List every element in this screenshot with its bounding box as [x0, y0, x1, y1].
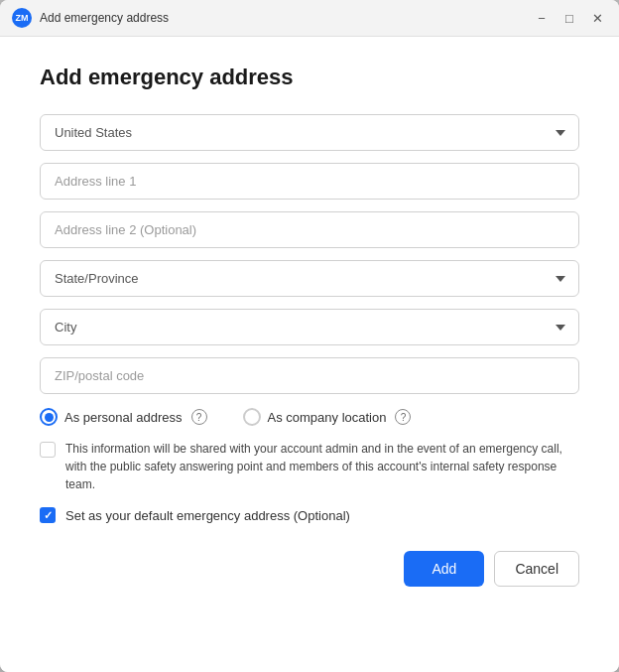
default-checkbox[interactable]	[40, 507, 56, 523]
default-checkbox-row: Set as your default emergency address (O…	[40, 507, 579, 523]
cancel-button[interactable]: Cancel	[494, 551, 579, 587]
address-line1-group	[40, 163, 579, 200]
footer-buttons: Add Cancel	[40, 543, 579, 587]
dialog-window: ZM Add emergency address − □ ✕ Add emerg…	[0, 0, 619, 672]
window-title: Add emergency address	[40, 11, 532, 25]
state-group: State/Province	[40, 260, 579, 297]
zip-group	[40, 357, 579, 394]
info-checkbox[interactable]	[40, 442, 56, 458]
radio-company[interactable]: As company location ?	[243, 408, 412, 426]
minimize-button[interactable]: −	[532, 8, 552, 28]
window-controls: − □ ✕	[532, 8, 607, 28]
country-select-wrapper: United States Canada United Kingdom Aust…	[40, 114, 579, 151]
title-bar: ZM Add emergency address − □ ✕	[0, 0, 619, 37]
app-icon: ZM	[12, 8, 32, 28]
dialog-content: Add emergency address United States Cana…	[0, 37, 619, 672]
city-select-wrapper: City	[40, 309, 579, 345]
address-line1-input[interactable]	[40, 163, 579, 200]
maximize-button[interactable]: □	[559, 8, 579, 28]
personal-help-icon[interactable]: ?	[191, 409, 207, 425]
state-select-wrapper: State/Province	[40, 260, 579, 297]
radio-personal-circle	[40, 408, 58, 426]
company-help-icon[interactable]: ?	[395, 409, 411, 425]
info-box: This information will be shared with you…	[40, 440, 579, 493]
radio-group: As personal address ? As company locatio…	[40, 408, 579, 426]
country-select[interactable]: United States Canada United Kingdom Aust…	[40, 114, 579, 151]
radio-company-label: As company location	[268, 410, 387, 425]
page-title: Add emergency address	[40, 65, 579, 90]
address-line2-group	[40, 211, 579, 248]
radio-personal-label: As personal address	[64, 410, 183, 425]
default-label: Set as your default emergency address (O…	[65, 508, 350, 523]
country-group: United States Canada United Kingdom Aust…	[40, 114, 579, 151]
city-group: City	[40, 309, 579, 345]
info-text: This information will be shared with you…	[65, 440, 579, 493]
state-select[interactable]: State/Province	[40, 260, 579, 297]
city-select[interactable]: City	[40, 309, 579, 345]
zip-input[interactable]	[40, 357, 579, 394]
radio-personal[interactable]: As personal address ?	[40, 408, 207, 426]
radio-company-circle	[243, 408, 261, 426]
add-button[interactable]: Add	[404, 551, 484, 587]
address-line2-input[interactable]	[40, 211, 579, 248]
close-button[interactable]: ✕	[587, 8, 607, 28]
